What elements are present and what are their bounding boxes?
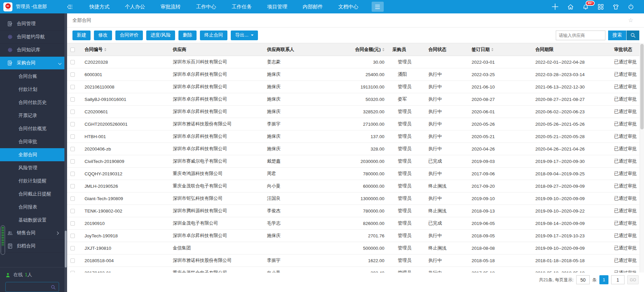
nav-item[interactable]: 个人办公 xyxy=(117,0,153,13)
nav-item[interactable]: 快捷方式 xyxy=(82,0,117,13)
table-row[interactable]: CGHT202005260001深圳市雅诺科技股份有限公司李振宇271000.0… xyxy=(67,118,639,130)
search-button[interactable]: 搜索 xyxy=(608,31,626,40)
sidebar-item[interactable]: 合同付款历史 xyxy=(0,96,64,109)
select-all-checkbox[interactable] xyxy=(70,48,75,52)
sort-icon[interactable] xyxy=(382,48,384,51)
nav-item[interactable]: 文档中心 xyxy=(331,0,366,13)
sidebar-scrollbar-thumb[interactable] xyxy=(65,231,67,268)
table-row[interactable]: 20200406-zb深圳市卓尔昇科技有限公司施保庆328.00管理员执行中20… xyxy=(67,143,639,155)
row-checkbox[interactable] xyxy=(70,234,75,238)
sidebar-item[interactable]: 开票记录 xyxy=(0,109,64,122)
row-checkbox[interactable] xyxy=(70,122,75,126)
sort-icon[interactable] xyxy=(104,48,106,51)
toolbar-button[interactable]: 进度/风险 xyxy=(146,31,175,40)
row-checkbox[interactable] xyxy=(70,159,75,164)
sidebar-item[interactable]: 付款计划提醒 xyxy=(0,174,64,187)
sidebar-item[interactable]: 合同签约导航 xyxy=(0,31,64,44)
sidebar-item[interactable]: 合同知识库 xyxy=(0,44,64,57)
table-row[interactable]: 20180518-004深圳市雅诺科技股份有限公司李振宇1622.00管理员执行… xyxy=(67,254,639,267)
sidebar-item[interactable]: 合同管理 xyxy=(0,17,64,31)
table-scrollbar-track[interactable] xyxy=(640,43,644,273)
nav-item[interactable]: 审批流转 xyxy=(153,0,189,13)
theme-button[interactable] xyxy=(613,4,619,10)
nav-item[interactable]: 内部邮件 xyxy=(295,0,331,13)
table-row[interactable]: JXJT-190810金信集团500000.00管理员终止搁浅2018-08-0… xyxy=(67,242,639,254)
sidebar-item[interactable]: 销售合同 xyxy=(0,227,64,240)
column-header-amount[interactable]: 合同金额(元) xyxy=(343,43,389,56)
row-checkbox[interactable] xyxy=(70,271,75,273)
search-icon[interactable] xyxy=(51,285,56,290)
row-checkbox[interactable] xyxy=(70,246,75,250)
export-dropdown-button[interactable]: 导出... xyxy=(231,31,258,40)
nav-item[interactable]: 项目管理 xyxy=(260,0,295,13)
nav-item[interactable]: 工作任务 xyxy=(224,0,260,13)
home-button[interactable] xyxy=(568,4,574,10)
table-row[interactable]: Giant-Tech-190809深圳市钜弘科技有限公司汪国良1300000.0… xyxy=(67,192,639,205)
table-scrollbar-thumb[interactable] xyxy=(640,44,644,129)
table-row[interactable]: TENK-190802-002深圳市腾科源科技有限公司李俊杰780000.00管… xyxy=(67,205,639,217)
table-row[interactable]: 20190910深圳金茂电子有限公司毛学志826000.00管理员已完成2019… xyxy=(67,217,639,230)
toolbar-button[interactable]: 终止合同 xyxy=(200,31,227,40)
more-menus-button[interactable] xyxy=(372,2,384,12)
sidebar-item[interactable]: 合同报表 xyxy=(0,200,64,214)
row-checkbox[interactable] xyxy=(70,258,75,263)
go-button[interactable]: GO xyxy=(627,275,639,284)
sidebar-item[interactable]: 合同台账 xyxy=(0,70,64,83)
sidebar-item[interactable]: 采购合同 xyxy=(0,57,67,70)
sidebar-item[interactable]: 合同截止日提醒 xyxy=(0,187,64,200)
row-checkbox[interactable] xyxy=(70,209,75,213)
row-checkbox[interactable] xyxy=(70,134,75,139)
sidebar-item-label: 合同截止日提醒 xyxy=(18,191,51,197)
table-row[interactable]: CivilTech-20190809深圳市赛威尔电子有限公司戴楚鑫2030000… xyxy=(67,155,639,168)
sidebar-collapse-icon[interactable] xyxy=(66,3,73,10)
apps-button[interactable] xyxy=(598,4,604,10)
sidebar-item[interactable]: 合同审批 xyxy=(0,135,64,148)
sort-icon[interactable] xyxy=(491,48,493,51)
notifications-button[interactable]: 99+ xyxy=(583,4,589,10)
cell-buyer: 娄军 xyxy=(389,93,425,106)
search-magnifier-button[interactable] xyxy=(627,31,639,40)
table-row[interactable]: 6000301深圳市卓尔昇科技有限公司施保庆25400.00潘阳执行中2022-… xyxy=(67,68,639,81)
new-item-button[interactable] xyxy=(552,3,558,10)
row-checkbox[interactable] xyxy=(70,196,75,201)
sidebar-scroll-indicator[interactable] xyxy=(1,225,5,255)
toolbar-button[interactable]: 删除 xyxy=(178,31,197,40)
toolbar-button[interactable]: 新建 xyxy=(72,31,91,40)
sidebar-item[interactable]: 风险管理 xyxy=(0,161,64,174)
sidebar-item[interactable]: 基础数据设置 xyxy=(0,214,64,227)
toolbar-button[interactable]: 合同评价 xyxy=(115,31,143,40)
sidebar-item[interactable]: 合同付款概览 xyxy=(0,122,64,135)
table-row[interactable]: C20220328深圳市乐百川科技有限公司姜志豪30.00管理员2022-03-… xyxy=(67,56,639,68)
sidebar-item[interactable]: 付款计划 xyxy=(0,83,64,96)
row-checkbox[interactable] xyxy=(70,60,75,64)
table-row[interactable]: 202106110008深圳市卓尔昇科技有限公司施保庆1913100.00管理员… xyxy=(67,81,639,93)
page-size-input[interactable] xyxy=(576,275,590,284)
row-checkbox[interactable] xyxy=(70,184,75,188)
row-checkbox[interactable] xyxy=(70,97,75,102)
row-checkbox[interactable] xyxy=(70,85,75,89)
table-row[interactable]: HTBH-001深圳市卓尔昇科技有限公司施保庆137.00管理员执行中2020-… xyxy=(67,130,639,143)
row-checkbox[interactable] xyxy=(70,72,75,77)
toolbar-button[interactable]: 修改 xyxy=(94,31,112,40)
table-row[interactable]: CQQHY-20190312重庆奇鸿源科技有限公司周君780000.00管理员执… xyxy=(67,168,639,180)
table-row[interactable]: C20200601深圳市卓尔昇科技有限公司施保庆328520.00管理员执行中2… xyxy=(67,106,639,118)
table-row[interactable]: JoyTech-190918深圳市卓尔昇科技有限公司施保庆2701.76管理员执… xyxy=(67,230,639,242)
current-page-button[interactable]: 1 xyxy=(599,275,608,284)
table-row[interactable]: 20170402-01重庆金茂联合电子有限公司向小曼202.40管理员执行中20… xyxy=(67,267,639,273)
row-checkbox[interactable] xyxy=(70,110,75,114)
sidebar-item[interactable]: 归档合同 xyxy=(0,240,64,253)
column-header-sign_date[interactable]: 签订日期 xyxy=(468,43,532,56)
goto-page-input[interactable] xyxy=(611,275,625,284)
table-row[interactable]: SallyBJ-0910016001深圳市卓尔昇科技有限公司施保庆50320.0… xyxy=(67,93,639,106)
sidebar-item[interactable]: 全部合同 xyxy=(0,148,67,161)
column-header-id[interactable]: 合同编号 xyxy=(81,43,169,56)
row-checkbox[interactable] xyxy=(70,172,75,176)
row-checkbox[interactable] xyxy=(70,147,75,151)
nav-item[interactable]: 工作中心 xyxy=(189,0,224,13)
table-row[interactable]: JMLH-20190526重庆金茂联合电子有限公司向小曼600000.00管理员… xyxy=(67,180,639,192)
favorite-star-icon[interactable]: ☆ xyxy=(628,17,633,24)
supplier-search-input[interactable] xyxy=(556,31,605,40)
logout-button[interactable] xyxy=(628,4,634,10)
sidebar-search-input[interactable] xyxy=(6,285,51,290)
row-checkbox[interactable] xyxy=(70,221,75,226)
